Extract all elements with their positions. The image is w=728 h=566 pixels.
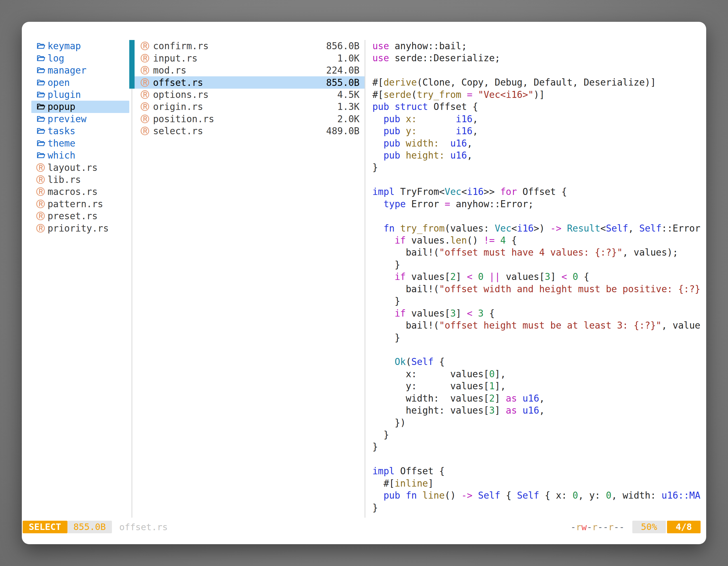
rust-file-icon: Ⓡ [140, 127, 150, 135]
sidebar-item-popup[interactable]: popup [31, 101, 129, 113]
code-line: } [372, 429, 706, 441]
file-name: offset.rs [153, 77, 326, 88]
file-name: select.rs [153, 126, 326, 137]
file-name: origin.rs [153, 101, 337, 112]
code-line: pub width: u16, [372, 137, 706, 149]
file-size: 489.0B [326, 126, 360, 137]
sidebar-item-label: keymap [48, 41, 81, 51]
code-line: width: values[2] as u16, [372, 392, 706, 404]
open-folder-icon [36, 126, 45, 136]
code-line: use serde::Deserialize; [372, 52, 706, 64]
file-row-confirm-rs[interactable]: Ⓡconfirm.rs856.0B [135, 40, 365, 52]
sidebar-item-which[interactable]: which [31, 149, 129, 161]
rust-logo-glyph: Ⓡ [36, 163, 45, 172]
sidebar-item-label: macros.rs [48, 186, 98, 197]
code-line: }) [372, 417, 706, 429]
sidebar-item-plugin[interactable]: plugin [31, 89, 129, 101]
file-row-select-rs[interactable]: Ⓡselect.rs489.0B [135, 125, 365, 137]
sidebar-item-layout-rs[interactable]: Ⓡlayout.rs [31, 161, 129, 173]
file-row-options-rs[interactable]: Ⓡoptions.rs4.5K [135, 89, 365, 101]
open-folder-icon [36, 151, 45, 160]
file-size: 856.0B [326, 41, 360, 51]
sidebar-item-tasks[interactable]: tasks [31, 125, 129, 137]
sidebar-item-preview[interactable]: preview [31, 113, 129, 125]
code-line: impl Offset { [372, 465, 706, 477]
sidebar-item-label: popup [48, 101, 75, 112]
file-row-position-rs[interactable]: Ⓡposition.rs2.0K [135, 113, 365, 125]
rust-logo-glyph: Ⓡ [141, 66, 149, 75]
sidebar-item-theme[interactable]: theme [31, 137, 129, 149]
code-line: pub height: u16, [372, 149, 706, 161]
file-row-mod-rs[interactable]: Ⓡmod.rs224.0B [135, 64, 365, 76]
rust-logo-glyph: Ⓡ [141, 54, 149, 63]
open-folder-icon [36, 66, 45, 75]
rust-file-icon: Ⓡ [36, 175, 45, 185]
code-line: pub struct Offset { [372, 101, 706, 113]
code-preview-pane: use anyhow::bail;use serde::Deserialize;… [365, 40, 706, 516]
sidebar-item-label: log [48, 53, 64, 64]
file-row-offset-rs[interactable]: Ⓡoffset.rs855.0B [135, 76, 365, 88]
sidebar-item-label: pattern.rs [48, 199, 103, 210]
sidebar-item-macros-rs[interactable]: Ⓡmacros.rs [31, 186, 129, 198]
code-line [372, 64, 706, 76]
open-folder-icon [36, 53, 45, 63]
file-row-input-rs[interactable]: Ⓡinput.rs1.0K [135, 52, 365, 64]
code-line: bail!("offset must have 4 values: {:?}",… [372, 247, 706, 259]
code-line: } [372, 161, 706, 173]
code-line: } [372, 332, 706, 344]
file-name: confirm.rs [153, 41, 326, 51]
open-folder-icon [36, 90, 45, 99]
code-line: if values.len() != 4 { [372, 234, 706, 247]
open-folder-icon [36, 102, 45, 112]
code-line: fn try_from(values: Vec<i16>) -> Result<… [372, 222, 706, 234]
open-folder-icon [36, 139, 45, 148]
rust-file-icon: Ⓡ [36, 163, 45, 172]
rust-file-icon: Ⓡ [140, 42, 150, 50]
open-folder-icon [36, 114, 45, 124]
code-line [372, 453, 706, 465]
sidebar-item-label: lib.rs [48, 174, 81, 185]
rust-logo-glyph: Ⓡ [141, 42, 149, 50]
sidebar-item-manager[interactable]: manager [31, 64, 129, 76]
file-size: 1.0K [337, 53, 360, 64]
code-line [372, 174, 706, 186]
rust-file-icon: Ⓡ [140, 90, 150, 99]
file-size: 224.0B [326, 65, 360, 76]
rust-logo-glyph: Ⓡ [141, 115, 149, 123]
sidebar-item-open[interactable]: open [31, 76, 129, 88]
sidebar-item-label: preview [48, 114, 86, 125]
sidebar-item-label: priority.rs [48, 223, 109, 234]
code-line: pub fn line() -> Self { Self { x: 0, y: … [372, 489, 706, 501]
code-line: y: values[1], [372, 380, 706, 392]
file-row-origin-rs[interactable]: Ⓡorigin.rs1.3K [135, 101, 365, 113]
rust-file-icon: Ⓡ [140, 54, 150, 63]
scroll-percent-badge: 50% [632, 521, 666, 533]
permissions: -rw-r--r-- [570, 522, 624, 532]
file-list: Ⓡconfirm.rs856.0BⓇinput.rs1.0KⓇmod.rs224… [135, 40, 365, 137]
sidebar-item-log[interactable]: log [31, 52, 129, 64]
file-name: mod.rs [153, 65, 326, 76]
code-line: pub y: i16, [372, 125, 706, 137]
sidebar-item-label: open [48, 77, 70, 88]
code-line: } [372, 441, 706, 453]
sidebar-item-label: preset.rs [48, 211, 98, 222]
code-line: if values[3] < 3 { [372, 307, 706, 319]
code-line: impl TryFrom<Vec<i16>> for Offset { [372, 186, 706, 198]
rust-logo-glyph: Ⓡ [36, 224, 45, 233]
sidebar-item-pattern-rs[interactable]: Ⓡpattern.rs [31, 198, 129, 210]
code-line: Ok(Self { [372, 356, 706, 368]
file-size: 4.5K [337, 89, 360, 100]
sidebar-item-priority-rs[interactable]: Ⓡpriority.rs [31, 222, 129, 234]
sidebar-item-label: tasks [48, 126, 75, 137]
rust-logo-glyph: Ⓡ [141, 78, 149, 87]
rust-file-icon: Ⓡ [140, 78, 150, 87]
file-size: 2.0K [337, 114, 360, 125]
status-filename: offset.rs [119, 522, 168, 532]
code-line [372, 210, 706, 222]
rust-logo-glyph: Ⓡ [141, 127, 149, 135]
sidebar-item-keymap[interactable]: keymap [31, 40, 129, 52]
sidebar-item-label: manager [48, 65, 86, 76]
sidebar-item-preset-rs[interactable]: Ⓡpreset.rs [31, 210, 129, 222]
code-line: height: values[3] as u16, [372, 404, 706, 416]
sidebar-item-lib-rs[interactable]: Ⓡlib.rs [31, 174, 129, 186]
